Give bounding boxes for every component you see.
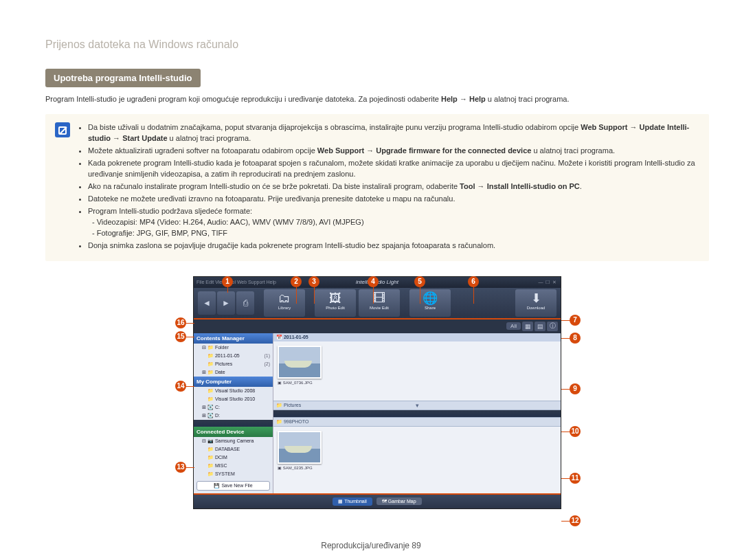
lbl: C: [215, 405, 220, 410]
side-mycomputer-header[interactable]: My Computer [194, 377, 273, 387]
category-bar-2[interactable]: 📁 998PHOTO [273, 417, 561, 427]
library-icon: 🗂 [264, 291, 305, 306]
tile-label: Library [278, 306, 291, 310]
sidebar: Contents Manager ⊟ 📁 Folder 📁 2011-01-05… [194, 333, 273, 493]
tile-movie-edit[interactable]: 🎞Movie Edit [359, 289, 400, 317]
callout-13: 13 [175, 462, 186, 473]
t: u alatnoj traci programa. [168, 134, 251, 142]
maximize-icon[interactable]: ☐ [544, 280, 551, 285]
thumbnail-1[interactable]: ▣ SAM_0736.JPG [278, 346, 322, 385]
thumb-area-1: ▣ SAM_0736.JPG [273, 341, 561, 401]
download-icon: ⬇ [515, 291, 556, 306]
info-item-1: Da biste uživali u dodatnim značajkama, … [88, 122, 699, 144]
window-buttons[interactable]: —☐✕ [537, 280, 558, 285]
nav-fwd-button[interactable]: ► [217, 291, 235, 315]
info-subitem-video: Videozapisi: MP4 (Video: H.264, Audio: A… [92, 217, 699, 228]
screenshot-figure: 1 2 3 4 5 6 7 8 9 10 11 12 16 15 14 13 [171, 276, 583, 509]
photo-icon: 🖼 [315, 291, 356, 306]
info-icon [55, 122, 70, 137]
filter-video-icon[interactable]: ▤ [535, 322, 546, 331]
save-new-file-button[interactable]: 💾 Save New File [196, 481, 270, 491]
t: Install Intelli-studio on PC [487, 182, 580, 190]
side-vs2008[interactable]: 📁 Visual Studio 2008 [194, 387, 273, 395]
callout-7: 7 [570, 315, 581, 326]
lbl: 2011-01-05 [284, 335, 308, 339]
t: Da biste uživali u dodatnim značajkama, … [88, 123, 581, 131]
t: Možete aktualizirati ugrađeni softver na… [88, 146, 317, 155]
lbl: Gambar Map [388, 499, 416, 504]
filter-photo-icon[interactable]: ▦ [522, 322, 533, 331]
callout-9: 9 [570, 383, 581, 394]
callout-5: 5 [414, 276, 425, 287]
callout-2: 2 [291, 276, 302, 287]
lbl: Date [215, 370, 225, 374]
tile-label: Photo Edit [326, 306, 345, 310]
cnt: (2) [264, 361, 270, 367]
t: → [111, 134, 122, 142]
side-system[interactable]: 📁 SYSTEM [194, 470, 273, 478]
side-vs2010[interactable]: 📁 Visual Studio 2010 [194, 395, 273, 403]
statusbar: ▦ Thumbnail 🗺 Gambar Map [194, 493, 561, 508]
callout-11: 11 [570, 473, 581, 484]
status-thumbnail-button[interactable]: ▦ Thumbnail [333, 497, 372, 506]
lbl: 2011-01-05 [215, 353, 240, 358]
intro-paragraph: Program Intelli-studio je ugrađeni progr… [45, 94, 709, 104]
page-footer: Reprodukcija/uređivanje 89 [0, 541, 742, 550]
side-drive-d[interactable]: ⊞ 💽 D: [194, 412, 273, 420]
side-camera[interactable]: ⊟ 📷 Samsung Camera [194, 437, 273, 445]
side-connected-header[interactable]: Connected Device [194, 427, 273, 437]
callout-14: 14 [175, 381, 186, 392]
close-icon[interactable]: ✕ [551, 280, 558, 285]
category-bar-1[interactable]: 📁 Pictures▾ [273, 401, 561, 410]
lbl: DCIM [215, 455, 227, 460]
t: u alatnoj traci programa. [531, 146, 615, 155]
side-database[interactable]: 📁 DATABASE [194, 445, 273, 453]
t: → [627, 123, 639, 131]
callout-8: 8 [570, 333, 581, 344]
lbl: DATABASE [215, 447, 240, 451]
side-folder[interactable]: ⊟ 📁 Folder [194, 344, 273, 352]
thumbnail-2[interactable]: ▣ SAM_0235.JPG [278, 431, 322, 470]
filter-all[interactable]: All [506, 322, 521, 330]
content-area: 📅 2011-01-05 ▣ SAM_0736.JPG 📁 Pictures▾ … [273, 333, 561, 493]
lbl: Folder [215, 345, 229, 350]
status-map-button[interactable]: 🗺 Gambar Map [376, 497, 422, 505]
t: Web Support [581, 123, 627, 131]
content-date: 📅 2011-01-05 [273, 333, 561, 341]
side-pictures[interactable]: 📁 Pictures(2) [194, 360, 273, 368]
lbl: Thumbnail [344, 499, 367, 504]
nav-print-button[interactable]: ⎙ [236, 291, 254, 315]
chevron-down-icon[interactable]: ▾ [416, 402, 419, 409]
callout-6: 6 [468, 276, 479, 287]
filter-info-icon[interactable]: ⓘ [547, 322, 558, 331]
cnt: (1) [264, 353, 270, 359]
info-item-5: Datoteke ne možete uređivati izravno na … [88, 194, 699, 205]
t: Start Update [122, 134, 167, 142]
callout-12: 12 [570, 515, 581, 526]
thumb-caption: ▣ SAM_0736.JPG [278, 379, 322, 385]
lbl: Visual Studio 2010 [215, 396, 255, 401]
side-date-folder[interactable]: 📁 2011-01-05(1) [194, 352, 273, 360]
t: Upgrade firmware for the connected devic… [376, 146, 531, 155]
side-dcim[interactable]: 📁 DCIM [194, 453, 273, 462]
tile-library[interactable]: 🗂Library [264, 289, 305, 317]
lbl: Pictures [215, 361, 232, 366]
info-list: Da biste uživali u dodatnim značajkama, … [78, 122, 699, 252]
tile-photo-edit[interactable]: 🖼Photo Edit [315, 289, 356, 317]
lbl: 998PHOTO [284, 419, 308, 424]
tile-label: Download [527, 306, 546, 310]
side-contents-header[interactable]: Contents Manager [194, 333, 273, 344]
nav-back-button[interactable]: ◄ [198, 291, 216, 315]
side-drive-c[interactable]: ⊞ 💽 C: [194, 403, 273, 412]
app-menu[interactable]: File Edit View Tool Web Support Help [196, 280, 276, 284]
side-date[interactable]: ⊞ 📁 Date [194, 368, 273, 377]
t: Web Support [317, 146, 364, 155]
t: Tool [460, 182, 475, 190]
minimize-icon[interactable]: — [537, 280, 544, 284]
tile-download[interactable]: ⬇Download [515, 289, 556, 317]
intro-help-1: Help [441, 95, 458, 103]
side-misc[interactable]: 📁 MISC [194, 462, 273, 470]
thumb-image [278, 431, 322, 464]
tile-share[interactable]: 🌐Share [409, 289, 451, 317]
t: → [475, 182, 487, 190]
